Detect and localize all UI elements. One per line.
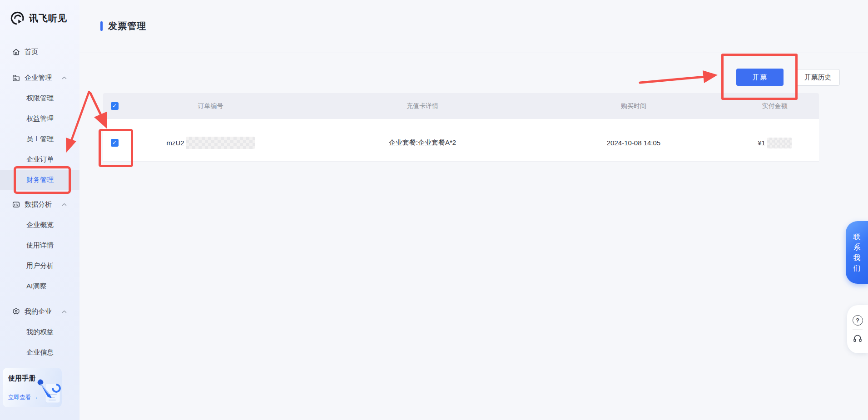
sidebar: 讯飞听见 首页 企业管理 权限管理 权益管理 员工 <box>0 0 79 420</box>
row-checkbox[interactable]: ✓ <box>111 139 119 147</box>
app-window: 讯飞听见 首页 企业管理 权限管理 权益管理 员工 <box>0 0 868 420</box>
sidebar-group-label: 我的企业 <box>25 307 52 316</box>
brand: 讯飞听见 <box>10 11 67 26</box>
chevron-up-icon <box>62 76 67 79</box>
sidebar-group-label: 数据分析 <box>25 200 52 209</box>
help-icon[interactable]: ? <box>853 315 863 326</box>
header-divider <box>79 53 868 53</box>
sidebar-item-usage-details[interactable]: 使用详情 <box>0 235 79 256</box>
sidebar-item-label: 我的权益 <box>26 328 54 336</box>
sidebar-item-ai-insight[interactable]: AI洞察 <box>0 276 79 296</box>
sidebar-group-my-enterprise[interactable]: 我的企业 <box>0 301 79 322</box>
contact-us-char: 系 <box>853 244 861 251</box>
orders-table: ✓ 订单编号 充值卡详情 购买时间 实付金额 ✓ mzU2 企业套餐:企业套餐A… <box>103 93 819 162</box>
headset-icon[interactable] <box>853 333 863 343</box>
column-header-card-detail: 充值卡详情 <box>407 102 438 110</box>
sidebar-item-label: 员工管理 <box>26 135 54 143</box>
page-header: 发票管理 <box>100 20 146 32</box>
brand-logo-ear-icon <box>10 11 25 26</box>
order-id-redaction-mosaic <box>186 137 255 149</box>
sidebar-item-label: 企业概览 <box>26 221 54 229</box>
contact-us-char: 联 <box>853 233 861 241</box>
contact-us-button[interactable]: 联 系 我 们 <box>846 221 868 284</box>
table-row: ✓ mzU2 企业套餐:企业套餐A*2 2024-10-08 14:05 ¥1 <box>103 119 819 162</box>
sidebar-item-user-analysis[interactable]: 用户分析 <box>0 256 79 276</box>
sidebar-item-enterprise-info[interactable]: 企业信息 <box>0 342 79 363</box>
sidebar-item-rights-mgmt[interactable]: 权益管理 <box>0 109 79 129</box>
sidebar-item-employee-mgmt[interactable]: 员工管理 <box>0 129 79 149</box>
invoice-history-button[interactable]: 开票历史 <box>796 69 840 86</box>
sidebar-item-label: 首页 <box>25 48 38 56</box>
column-header-purchase-time: 购买时间 <box>621 102 646 110</box>
table-header-row: ✓ 订单编号 充值卡详情 购买时间 实付金额 <box>103 93 819 119</box>
help-widget-divider <box>853 329 863 330</box>
sidebar-item-enterprise-orders[interactable]: 企业订单 <box>0 149 79 170</box>
sidebar-item-permission-mgmt[interactable]: 权限管理 <box>0 88 79 109</box>
sidebar-item-finance-mgmt-active[interactable]: 财务管理 <box>0 170 79 190</box>
sidebar-item-enterprise-overview[interactable]: 企业概览 <box>0 215 79 235</box>
page-title: 发票管理 <box>108 20 146 32</box>
card-detail-text: 企业套餐:企业套餐A*2 <box>389 138 456 147</box>
sidebar-item-label: 权益管理 <box>26 114 54 123</box>
purchase-time-text: 2024-10-08 14:05 <box>607 139 660 147</box>
contact-us-char: 们 <box>853 265 861 272</box>
sidebar-group-data-analysis[interactable]: 数据分析 <box>0 194 79 215</box>
user-manual-card[interactable]: 使用手册 立即查看 → <box>3 368 62 407</box>
sidebar-item-label: 企业信息 <box>26 348 54 357</box>
column-header-paid-amount: 实付金额 <box>762 102 788 110</box>
sidebar-item-label: 使用详情 <box>26 241 54 250</box>
manual-card-view-link[interactable]: 立即查看 → <box>8 394 38 401</box>
paid-amount-text: ¥1 <box>758 139 765 147</box>
home-icon <box>12 48 20 56</box>
sidebar-item-my-rights[interactable]: 我的权益 <box>0 322 79 342</box>
order-id-text: mzU2 <box>166 139 184 147</box>
sidebar-nav: 首页 企业管理 权限管理 权益管理 员工管理 企业订单 财务管理 <box>0 42 79 363</box>
manual-card-title: 使用手册 <box>8 374 35 383</box>
enterprise-icon <box>12 74 20 82</box>
pen-document-illustration <box>32 375 62 406</box>
help-widget: ? <box>847 305 868 353</box>
sidebar-item-home[interactable]: 首页 <box>0 42 79 62</box>
sidebar-item-label: 用户分析 <box>26 262 54 270</box>
invoice-button[interactable]: 开票 <box>736 69 784 86</box>
brand-name: 讯飞听见 <box>29 12 67 25</box>
select-all-checkbox[interactable]: ✓ <box>111 102 119 110</box>
title-accent-bar <box>100 21 103 31</box>
contact-us-char: 我 <box>853 254 861 262</box>
chevron-up-icon <box>62 203 67 206</box>
annotation-arrows <box>0 0 868 420</box>
sidebar-group-enterprise[interactable]: 企业管理 <box>0 68 79 88</box>
sidebar-item-label: 权限管理 <box>26 94 54 103</box>
column-header-order-id: 订单编号 <box>198 102 223 110</box>
chevron-up-icon <box>62 310 67 313</box>
sidebar-group-label: 企业管理 <box>25 74 52 82</box>
data-analysis-icon <box>12 200 20 209</box>
amount-redaction-mosaic <box>767 138 792 148</box>
sidebar-item-label: AI洞察 <box>26 282 46 291</box>
sidebar-item-label: 企业订单 <box>26 155 54 164</box>
sidebar-item-label: 财务管理 <box>26 176 54 184</box>
my-enterprise-icon <box>12 307 20 316</box>
